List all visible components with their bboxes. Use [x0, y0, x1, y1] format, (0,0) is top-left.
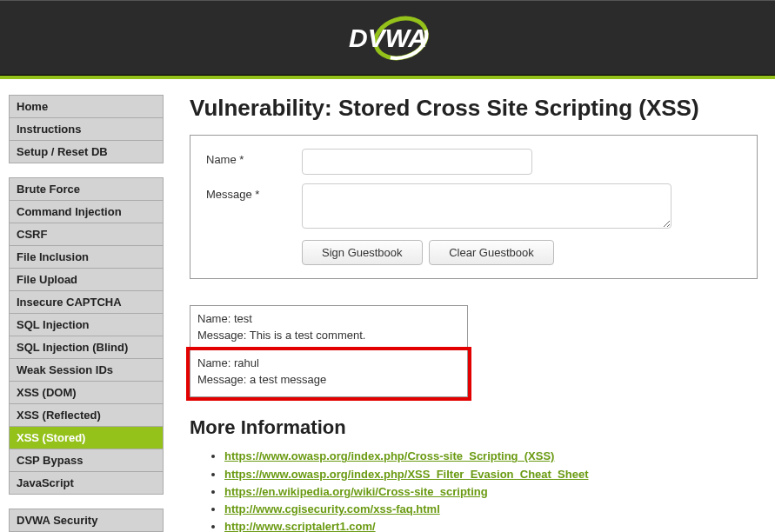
main-content: Vulnerability: Stored Cross Site Scripti…: [164, 95, 766, 532]
nav-csrf[interactable]: CSRF: [9, 223, 164, 245]
nav-brute-force[interactable]: Brute Force: [9, 177, 164, 200]
guestbook-entries: Name: test Message: This is a test comme…: [190, 305, 468, 397]
message-label: Message *: [206, 183, 302, 201]
nav-sql-injection-blind[interactable]: SQL Injection (Blind): [9, 336, 164, 358]
guestbook-entry: Name: test Message: This is a test comme…: [190, 305, 468, 350]
info-link[interactable]: https://www.owasp.org/index.php/Cross-si…: [224, 449, 554, 462]
entry-name-value: test: [234, 312, 252, 325]
dvwa-logo: DVWA: [301, 12, 475, 64]
name-input[interactable]: [302, 149, 532, 175]
entry-msg-label: Message:: [197, 329, 246, 342]
entry-name-label: Name:: [197, 356, 230, 369]
header-bar: DVWA: [0, 0, 775, 76]
nav-command-injection[interactable]: Command Injection: [9, 200, 164, 223]
entry-name-value: rahul: [234, 356, 259, 369]
clear-guestbook-button[interactable]: Clear Guestbook: [429, 240, 554, 265]
info-link[interactable]: https://www.owasp.org/index.php/XSS_Filt…: [224, 468, 589, 481]
info-link[interactable]: https://en.wikipedia.org/wiki/Cross-site…: [224, 485, 488, 498]
nav-block-vulns: Brute Force Command Injection CSRF File …: [9, 177, 164, 495]
sidebar: Home Instructions Setup / Reset DB Brute…: [9, 95, 164, 532]
info-link[interactable]: http://www.scriptalert1.com/: [224, 520, 376, 532]
nav-home[interactable]: Home: [9, 95, 164, 117]
entry-msg-value: This is a test comment.: [250, 329, 366, 342]
nav-xss-stored[interactable]: XSS (Stored): [9, 426, 164, 449]
more-info-heading: More Information: [190, 416, 758, 439]
nav-xss-reflected[interactable]: XSS (Reflected): [9, 403, 164, 426]
guestbook-form: Name * Message * Sign Guestbook Clear Gu…: [190, 135, 758, 279]
nav-instructions[interactable]: Instructions: [9, 117, 164, 140]
entry-msg-label: Message:: [197, 373, 246, 386]
nav-xss-dom[interactable]: XSS (DOM): [9, 381, 164, 403]
nav-block-general: Home Instructions Setup / Reset DB: [9, 95, 164, 163]
entry-msg-value: a test message: [250, 373, 326, 386]
nav-dvwa-security[interactable]: DVWA Security: [9, 509, 164, 532]
nav-sql-injection[interactable]: SQL Injection: [9, 313, 164, 336]
entry-name-label: Name:: [197, 312, 230, 325]
nav-javascript[interactable]: JavaScript: [9, 471, 164, 495]
nav-file-inclusion[interactable]: File Inclusion: [9, 245, 164, 268]
guestbook-entry-highlighted: Name: rahul Message: a test message: [190, 350, 468, 398]
nav-csp-bypass[interactable]: CSP Bypass: [9, 449, 164, 471]
message-textarea[interactable]: [302, 183, 671, 229]
name-label: Name *: [206, 149, 302, 166]
nav-insecure-captcha[interactable]: Insecure CAPTCHA: [9, 290, 164, 313]
nav-setup[interactable]: Setup / Reset DB: [9, 140, 164, 163]
nav-weak-session-ids[interactable]: Weak Session IDs: [9, 358, 164, 381]
info-link[interactable]: http://www.cgisecurity.com/xss-faq.html: [224, 502, 440, 515]
sign-guestbook-button[interactable]: Sign Guestbook: [302, 240, 423, 265]
logo-text: DVWA: [349, 23, 427, 52]
more-info-links: https://www.owasp.org/index.php/Cross-si…: [190, 448, 758, 532]
nav-block-admin: DVWA Security: [9, 509, 164, 532]
page-title: Vulnerability: Stored Cross Site Scripti…: [190, 95, 758, 122]
nav-file-upload[interactable]: File Upload: [9, 268, 164, 290]
